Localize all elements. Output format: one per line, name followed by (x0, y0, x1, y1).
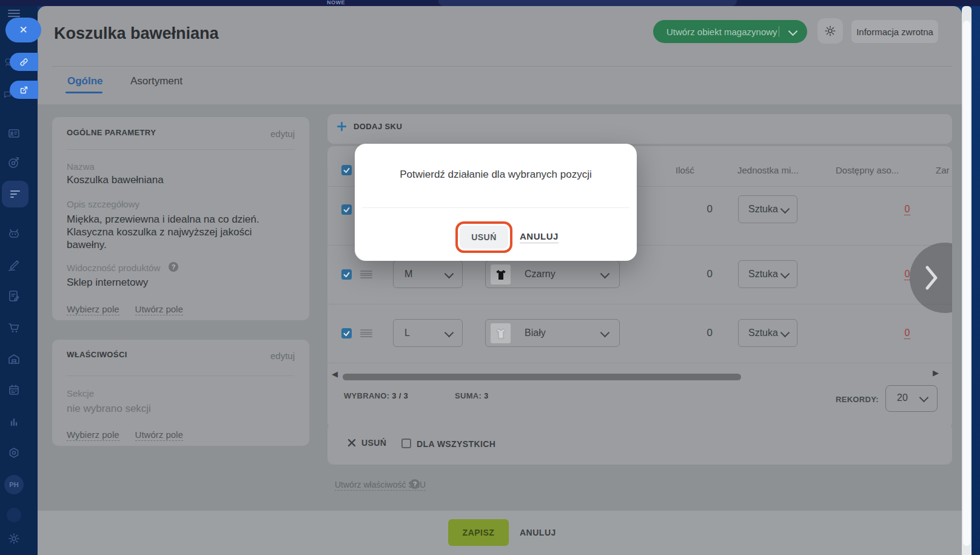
qty-value: 0 (682, 327, 713, 339)
visibility-label: Widoczność produktów (67, 263, 160, 273)
dialog-cancel-button[interactable]: ANULUJ (520, 231, 559, 243)
scroll-left-arrow[interactable]: ◀ (332, 369, 338, 378)
bar-chart-icon[interactable] (7, 414, 21, 429)
save-button[interactable]: ZAPISZ (448, 519, 509, 546)
check-icon (343, 272, 350, 278)
cancel-button[interactable]: ANULUJ (520, 528, 556, 537)
color-value: Biały (525, 320, 546, 346)
for-all-checkbox[interactable] (401, 439, 411, 448)
sum-count: SUMA: 3 (455, 391, 489, 400)
column-header-reserved[interactable]: Zar (936, 165, 952, 175)
card-divider (67, 375, 295, 376)
dialog-title: Potwierdź działanie dla wybranych pozycj… (355, 169, 637, 181)
gear-icon[interactable] (7, 531, 21, 546)
unit-value: Sztuka (748, 261, 778, 288)
unit-dropdown[interactable]: Sztuka (738, 260, 797, 288)
drag-handle[interactable] (360, 329, 372, 337)
description-value: Miękka, przewiewna i idealna na co dzień… (67, 213, 292, 251)
chevron-down-icon (600, 269, 610, 279)
chevron-down-icon (780, 204, 790, 214)
close-slider-button[interactable]: ✕ (5, 18, 41, 42)
cart-icon[interactable] (7, 320, 21, 335)
create-stock-object-button[interactable]: Utwórz obiekt magazynowy (653, 20, 807, 43)
scroll-right-button[interactable] (910, 243, 952, 313)
add-sku-bar: DODAJ SKU (327, 114, 952, 144)
column-header-available[interactable]: Dostępny aso... (836, 165, 899, 175)
general-params-edit-link[interactable]: edytuj (270, 129, 295, 139)
delete-selected-label: USUŃ (361, 438, 386, 448)
tab-ogolne[interactable]: Ogólne (67, 75, 103, 87)
group-actions-bar: USUŃ DLA WSZYSTKICH (327, 423, 952, 465)
vertical-scrollbar-thumb[interactable] (963, 21, 970, 546)
chevron-down-icon[interactable] (788, 27, 798, 36)
top-strip: NOWE (0, 0, 980, 6)
scroll-right-arrow[interactable]: ▶ (933, 368, 939, 377)
check-icon (343, 331, 350, 337)
robot-icon[interactable] (7, 226, 21, 241)
header-divider (52, 66, 952, 67)
horizontal-scrollbar-thumb[interactable] (343, 374, 741, 380)
row-checkbox[interactable] (341, 269, 352, 280)
visibility-value: Sklep internetowy (67, 277, 148, 289)
help-icon[interactable]: ? (169, 262, 178, 272)
column-header-unit[interactable]: Jednostka mi... (737, 165, 799, 175)
name-value: Koszulka bawełniana (67, 174, 164, 186)
open-in-new-window-button[interactable] (10, 81, 38, 99)
chevron-down-icon (445, 328, 454, 338)
general-params-header: OGÓLNE PARAMETRY (67, 128, 156, 137)
tshirt-black-icon (494, 267, 508, 282)
tshirt-white-icon (494, 326, 508, 341)
tab-asortyment[interactable]: Asortyment (130, 75, 183, 87)
available-link[interactable]: 0 (898, 328, 916, 338)
records-value: 20 (897, 392, 908, 403)
size-dropdown[interactable]: L (393, 319, 463, 347)
sections-label: Sekcje (67, 388, 94, 399)
field-links: Wybierz pole Utwórz pole (67, 304, 183, 315)
select-field-link[interactable]: Wybierz pole (67, 429, 119, 441)
warehouse-icon[interactable] (7, 352, 21, 366)
create-field-link[interactable]: Utwórz pole (135, 304, 183, 315)
document-edit-icon[interactable] (7, 289, 21, 303)
select-all-checkbox[interactable] (341, 165, 352, 175)
unit-dropdown[interactable]: Sztuka (738, 195, 797, 223)
row-checkbox[interactable] (341, 204, 352, 215)
for-all-label: DLA WSZYSTKICH (417, 439, 495, 449)
chevron-down-icon (780, 269, 790, 279)
filter-item-active[interactable] (2, 181, 29, 207)
confirm-delete-button[interactable]: USUŃ (460, 226, 508, 249)
pen-icon[interactable] (7, 258, 21, 272)
plus-icon (337, 122, 346, 131)
target-icon[interactable] (7, 155, 21, 170)
feedback-button[interactable]: Informacja zwrotna (851, 20, 938, 43)
color-dropdown[interactable]: Czarny (485, 260, 620, 288)
properties-edit-link[interactable]: edytuj (270, 351, 295, 361)
chevron-down-icon (919, 393, 929, 403)
add-sku-button[interactable]: DODAJ SKU (337, 122, 402, 131)
color-dropdown[interactable]: Biały (485, 319, 620, 347)
logo-icon[interactable] (7, 508, 21, 522)
properties-header: WŁAŚCIWOŚCI (67, 350, 127, 359)
settings-button[interactable] (817, 18, 843, 44)
unit-dropdown[interactable]: Sztuka (738, 319, 797, 347)
hexagon-icon[interactable] (7, 446, 21, 460)
vertical-scrollbar[interactable] (962, 6, 972, 555)
size-dropdown[interactable]: M (393, 260, 463, 288)
add-sku-label: DODAJ SKU (354, 122, 402, 131)
button-separator (779, 26, 779, 37)
copy-link-button[interactable] (10, 53, 38, 71)
select-field-link[interactable]: Wybierz pole (67, 304, 119, 315)
create-field-link[interactable]: Utwórz pole (135, 429, 183, 441)
x-icon (347, 439, 356, 447)
column-header-qty[interactable]: Ilość (676, 165, 694, 175)
ph-badge[interactable]: PH (4, 475, 24, 494)
help-icon[interactable]: ? (410, 479, 420, 489)
id-card-icon[interactable] (7, 126, 21, 141)
qty-value: 0 (682, 268, 713, 280)
calendar-icon[interactable] (7, 383, 21, 397)
row-checkbox[interactable] (341, 328, 352, 338)
drag-handle[interactable] (360, 271, 372, 278)
records-per-page-select[interactable]: 20 (885, 385, 938, 412)
delete-selected-button[interactable]: USUŃ (347, 438, 386, 448)
available-link[interactable]: 0 (898, 204, 916, 215)
slider-panel: Koszulka bawełniana Utwórz obiekt magazy… (38, 6, 962, 555)
